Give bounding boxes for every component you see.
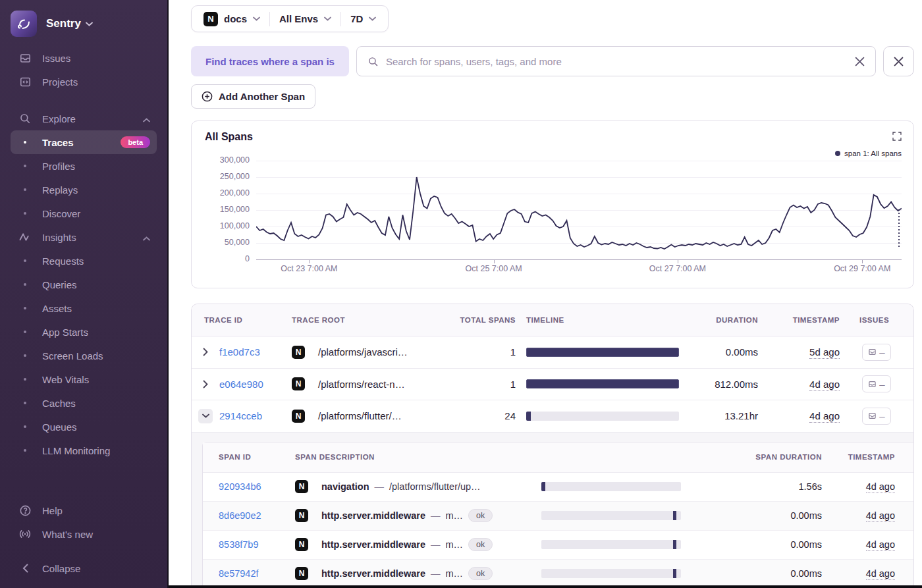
date-range-selector[interactable]: 7D: [341, 13, 385, 24]
span-duration: 1.56s: [697, 481, 822, 492]
sidebar-item-whats-new[interactable]: What's new: [11, 522, 157, 546]
sidebar-item-label: Assets: [42, 303, 72, 314]
org-switcher[interactable]: Sentry: [0, 9, 167, 46]
clear-search-icon[interactable]: [855, 57, 865, 67]
status-badge: ok: [468, 509, 493, 522]
broadcast-icon: [18, 529, 32, 539]
sidebar-item-queries[interactable]: Queries: [11, 273, 157, 296]
sidebar-item-requests[interactable]: Requests: [11, 249, 157, 273]
timestamp[interactable]: 4d ago: [809, 379, 840, 391]
sidebar-item-help[interactable]: Help: [11, 498, 157, 522]
span-id-link[interactable]: 8d6e90e2: [219, 510, 261, 521]
timeline-bar: [526, 412, 679, 421]
sidebar-item-profiles[interactable]: Profiles: [11, 154, 157, 178]
sidebar-item-llm-monitoring[interactable]: LLM Monitoring: [11, 439, 157, 462]
trace-id-link[interactable]: e064e980: [219, 379, 263, 390]
span-row[interactable]: 920934b6 N navigation — /platforms/flutt…: [203, 473, 913, 502]
page-filter-bar: N docs All Envs 7D: [191, 5, 389, 32]
total-spans: 24: [447, 410, 516, 421]
date-range-value: 7D: [350, 13, 363, 24]
collapse-chevron-down-icon[interactable]: [198, 409, 213, 423]
sidebar-item-replays[interactable]: Replays: [11, 178, 157, 201]
sidebar-item-label: Queues: [42, 421, 77, 433]
sidebar-item-discover[interactable]: Discover: [11, 201, 157, 225]
close-icon: [894, 57, 904, 67]
issues-button[interactable]: –: [862, 408, 891, 425]
sidebar-collapse-button[interactable]: Collapse: [11, 556, 157, 580]
separator: —: [431, 510, 441, 521]
fullscreen-icon[interactable]: [892, 131, 902, 144]
trace-id-link[interactable]: f1e0d7c3: [219, 346, 260, 358]
trace-id-link[interactable]: 2914cceb: [219, 410, 262, 421]
bullet-icon: [24, 331, 26, 333]
chart-line: [256, 177, 902, 249]
sidebar-section-explore[interactable]: Explore: [11, 107, 157, 130]
chart-legend[interactable]: span 1: All spans: [835, 149, 902, 157]
span-description: m…: [445, 568, 463, 579]
sidebar-item-queues[interactable]: Queues: [11, 415, 157, 439]
expand-chevron-right-icon[interactable]: [192, 380, 219, 388]
bullet-icon: [24, 402, 26, 404]
traces-table: Trace ID Trace Root Total Spans Timeline…: [191, 304, 914, 588]
timestamp[interactable]: 4d ago: [866, 568, 895, 580]
timeline-cell: [541, 482, 697, 491]
sidebar-item-traces[interactable]: Traces beta: [11, 130, 157, 154]
sidebar-item-web-vitals[interactable]: Web Vitals: [11, 367, 157, 391]
sidebar-item-caches[interactable]: Caches: [11, 391, 157, 415]
x-axis-labels: Oct 23 7:00 AM Oct 25 7:00 AM Oct 27 7:0…: [256, 259, 902, 275]
chevron-down-icon: [369, 16, 376, 21]
chevron-down-icon: [86, 22, 93, 26]
span-search-input[interactable]: [386, 56, 848, 67]
span-id-link[interactable]: 8538f7b9: [219, 539, 258, 550]
span-row[interactable]: 8e57942f N http.server.middleware — m… o…: [203, 560, 913, 588]
nextjs-platform-icon: N: [292, 346, 305, 359]
nextjs-platform-icon: N: [295, 509, 308, 522]
chart-plot-area[interactable]: [256, 161, 902, 259]
remove-span-filter-button[interactable]: [883, 46, 914, 76]
add-another-span-button[interactable]: Add Another Span: [191, 84, 315, 109]
issues-button[interactable]: –: [862, 375, 891, 392]
timeline-cell: [541, 540, 697, 549]
table-row-expanded[interactable]: 2914cceb N /platforms/flutter/… 24 13.21…: [192, 400, 913, 433]
y-axis-labels: 300,000 250,000 200,000 150,000 100,000 …: [205, 161, 256, 259]
sidebar-item-issues[interactable]: Issues: [11, 46, 157, 70]
span-timeline-bar: [541, 569, 681, 578]
sidebar-item-label: Traces: [42, 137, 74, 148]
timestamp[interactable]: 4d ago: [866, 481, 895, 493]
sidebar-item-label: What's new: [42, 529, 93, 540]
sidebar-item-label: Screen Loads: [42, 350, 103, 361]
status-badge: ok: [468, 567, 493, 580]
table-row[interactable]: e064e980 N /platforms/react-n… 1 812.00m…: [192, 369, 913, 401]
span-duration: 0.00ms: [697, 539, 822, 550]
sidebar-item-label: Discover: [42, 208, 80, 219]
find-traces-label: Find traces where a span is: [191, 46, 349, 76]
environment-name: All Envs: [279, 13, 318, 24]
timestamp[interactable]: 5d ago: [809, 346, 840, 359]
timestamp[interactable]: 4d ago: [866, 510, 895, 522]
span-id-link[interactable]: 920934b6: [219, 481, 261, 492]
y-tick-label: 100,000: [220, 221, 250, 230]
sidebar-item-assets[interactable]: Assets: [11, 296, 157, 320]
span-row[interactable]: 8538f7b9 N http.server.middleware — m… o…: [203, 531, 913, 560]
column-header-issues: Issues: [840, 316, 913, 324]
span-id-link[interactable]: 8e57942f: [219, 568, 258, 579]
y-tick-label: 50,000: [225, 238, 250, 247]
bullet-icon: [24, 165, 26, 167]
timestamp[interactable]: 4d ago: [866, 539, 895, 551]
sidebar-item-app-starts[interactable]: App Starts: [11, 320, 157, 344]
bullet-icon: [24, 449, 26, 452]
environment-selector[interactable]: All Envs: [270, 13, 340, 24]
sidebar-item-projects[interactable]: Projects: [11, 70, 157, 94]
sidebar-section-insights[interactable]: Insights: [11, 225, 157, 249]
issues-count: –: [879, 346, 884, 358]
span-description: /platforms/flutter/up…: [389, 481, 481, 492]
status-badge: ok: [468, 538, 493, 551]
legend-dot-icon: [835, 151, 840, 156]
expand-chevron-right-icon[interactable]: [192, 348, 219, 356]
table-row[interactable]: f1e0d7c3 N /platforms/javascri… 1 0.00ms…: [192, 336, 913, 369]
project-selector[interactable]: N docs: [194, 12, 269, 26]
sidebar-item-screen-loads[interactable]: Screen Loads: [11, 344, 157, 367]
span-row[interactable]: 8d6e90e2 N http.server.middleware — m… o…: [203, 502, 913, 531]
issues-button[interactable]: –: [862, 344, 891, 361]
timestamp[interactable]: 4d ago: [809, 410, 840, 423]
